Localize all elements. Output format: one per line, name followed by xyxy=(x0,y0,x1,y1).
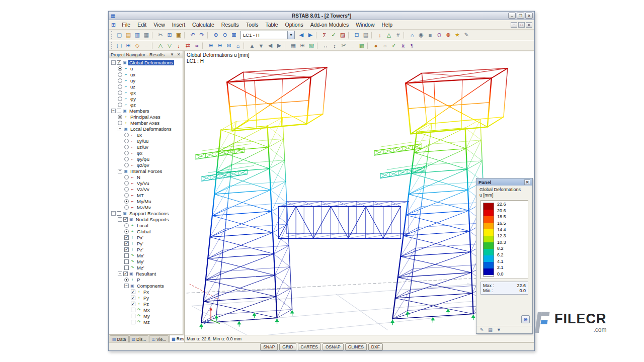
results-display-icon[interactable]: ▨ xyxy=(338,31,347,39)
stop-icon[interactable]: ⊗ xyxy=(444,31,453,39)
tree-control[interactable] xyxy=(118,115,122,119)
expander-icon[interactable] xyxy=(124,284,129,288)
tree-control[interactable] xyxy=(118,90,122,95)
child-restore-button[interactable]: □ xyxy=(518,22,525,28)
tree-control[interactable] xyxy=(124,193,129,198)
member-load-icon[interactable]: ⇄ xyxy=(183,41,192,50)
printout-report-icon[interactable]: ▤ xyxy=(361,31,370,39)
tree-control[interactable] xyxy=(124,278,129,282)
snap-icon[interactable]: ⊞ xyxy=(298,41,307,50)
tree-control[interactable] xyxy=(124,235,129,240)
zoom-out-2-icon[interactable]: ⊖ xyxy=(215,41,224,50)
tree-control[interactable] xyxy=(118,78,122,83)
zoom-window-icon[interactable]: ⊠ xyxy=(229,31,238,39)
tree-item[interactable]: ⌐ N xyxy=(109,174,183,180)
tree-item[interactable]: ↷ My xyxy=(109,313,183,319)
tree-item[interactable]: + Global xyxy=(109,228,183,234)
tree-item[interactable]: ⌐ ux xyxy=(109,132,183,138)
new-file-icon[interactable]: ▢ xyxy=(115,31,124,39)
tree-item[interactable]: ⌐ φx xyxy=(109,89,183,96)
tree-control[interactable] xyxy=(118,72,122,77)
expander-icon[interactable] xyxy=(118,127,122,131)
tree-item[interactable]: ⌐ φz xyxy=(109,102,183,108)
tree-item[interactable]: ▣ Components xyxy=(109,283,183,289)
tree-control[interactable] xyxy=(131,290,135,294)
tree-item[interactable]: ⌐ uz xyxy=(109,83,183,89)
toolbar-grip[interactable] xyxy=(111,31,113,39)
confirm-icon[interactable]: ✓ xyxy=(389,41,398,50)
toolbar-icon[interactable] xyxy=(152,42,155,49)
load-case-selector[interactable]: LC1 - H ▼ xyxy=(240,31,295,39)
tree-item[interactable]: ↷ Mz' xyxy=(109,264,183,270)
panel-filter-icon[interactable]: ▼ xyxy=(496,327,502,332)
tree-item[interactable]: ⌐ My/Mu xyxy=(109,198,183,204)
tree-item[interactable]: ↷ Mx' xyxy=(109,252,183,258)
tree-item[interactable]: ▣ Nodal Supports xyxy=(109,216,183,222)
save-icon[interactable]: ▥ xyxy=(133,31,142,39)
maximize-button[interactable]: ❐ xyxy=(517,13,524,19)
tree-item[interactable]: ⌐ φy xyxy=(109,96,183,102)
mirror-icon[interactable]: ↕ xyxy=(330,41,339,50)
panel-close-icon[interactable]: ✕ xyxy=(524,179,530,185)
tree-control[interactable] xyxy=(124,199,129,204)
tree-control[interactable] xyxy=(124,133,129,137)
status-toggle-button[interactable]: GRID xyxy=(279,343,296,350)
tree-item[interactable]: + Local xyxy=(109,222,183,228)
tree-control[interactable] xyxy=(118,66,122,71)
view-x-icon[interactable]: ▲ xyxy=(248,41,257,50)
close-button[interactable]: ✕ xyxy=(525,13,533,19)
toolbar-icon[interactable] xyxy=(367,42,370,49)
cut-icon[interactable]: ✂ xyxy=(156,31,165,39)
tree-control[interactable] xyxy=(124,205,129,210)
tree-item[interactable]: ↑ Px xyxy=(109,289,183,295)
tree-item[interactable]: ↷ My' xyxy=(109,258,183,264)
toolbar-grip[interactable] xyxy=(111,42,113,49)
tree-item[interactable]: + Member Axes xyxy=(109,120,183,126)
menu-item[interactable]: Insert xyxy=(169,21,189,29)
support-icon[interactable]: △ xyxy=(156,41,165,50)
menu-item[interactable]: Options xyxy=(282,21,307,29)
tree-control[interactable] xyxy=(124,139,129,143)
tree-item[interactable]: ⌐ Vy/Vu xyxy=(109,180,183,186)
show-supports-icon[interactable]: △ xyxy=(384,31,393,39)
navigator-close-icon[interactable]: ✕ xyxy=(176,52,181,57)
expander-icon[interactable] xyxy=(118,217,122,222)
display-options-icon[interactable]: ≡ xyxy=(426,31,435,39)
member-icon[interactable]: − xyxy=(142,41,151,50)
expander-icon[interactable] xyxy=(111,109,116,113)
toolbar-icon[interactable] xyxy=(207,32,210,39)
tree-control[interactable] xyxy=(124,253,129,258)
status-toggle-button[interactable]: CARTES xyxy=(298,343,321,350)
navigator-tab[interactable]: ▤ Data xyxy=(110,335,129,342)
menu-item[interactable]: Edit xyxy=(134,21,150,29)
tree-item[interactable]: ⌐ uy/uu xyxy=(109,138,183,144)
tree-item[interactable]: ⌐ uz/uv xyxy=(109,144,183,150)
view-y-icon[interactable]: ▼ xyxy=(257,41,266,50)
panel-colors-icon[interactable]: ▤ xyxy=(487,327,494,332)
toolbar-icon[interactable] xyxy=(184,32,187,39)
tree-control[interactable] xyxy=(118,97,122,101)
tree-item[interactable]: ↑ Pz' xyxy=(109,246,183,252)
zoom-region-icon[interactable]: ⊠ xyxy=(224,41,233,50)
result-tables-icon[interactable]: ⊟ xyxy=(352,31,361,39)
units-icon[interactable]: Ω xyxy=(435,31,444,39)
navigator-tab[interactable]: ▧ Dis... xyxy=(129,335,149,342)
materials-icon[interactable]: ¶ xyxy=(408,41,417,50)
prev-loadcase-icon[interactable]: ◀ xyxy=(297,31,306,39)
tree-control[interactable] xyxy=(123,272,128,276)
toolbar-icon[interactable] xyxy=(371,32,374,39)
tree-control[interactable] xyxy=(117,211,121,216)
tree-control[interactable] xyxy=(131,320,135,324)
move-icon[interactable]: ↔ xyxy=(321,41,330,50)
tree-item[interactable]: ↑ Py xyxy=(109,295,183,301)
toolbar-icon[interactable] xyxy=(202,42,205,49)
calculate-icon[interactable]: Σ xyxy=(320,31,329,39)
tree-control[interactable] xyxy=(124,181,129,186)
panel-zoom-icon[interactable]: ⊕ xyxy=(521,315,530,323)
tree-item[interactable]: ▣ Internal Forces xyxy=(109,168,183,174)
layers-icon[interactable]: ≡ xyxy=(348,41,357,50)
menu-item[interactable]: Window xyxy=(352,21,378,29)
zoom-in-icon[interactable]: ⊕ xyxy=(211,31,220,39)
menu-item[interactable]: Table xyxy=(262,21,281,29)
trim-icon[interactable]: ✂ xyxy=(339,41,348,50)
